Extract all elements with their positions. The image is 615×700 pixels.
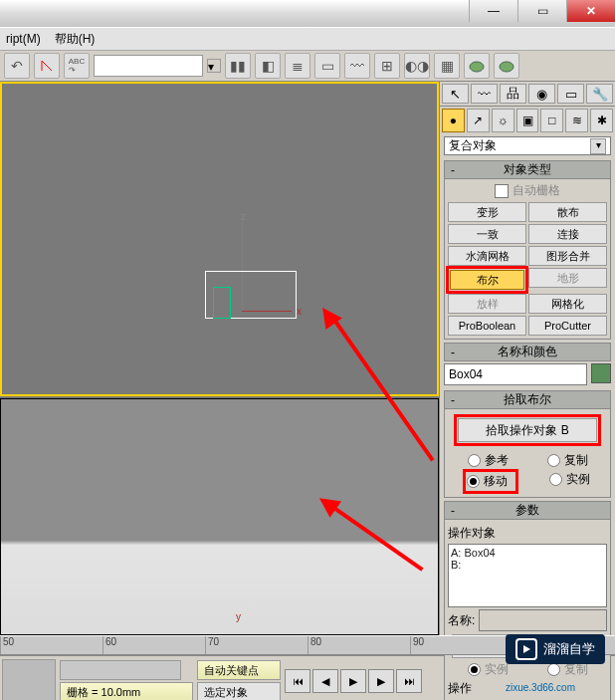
menu-bar: ript(M) 帮助(H) — [0, 27, 615, 51]
btn-procutter[interactable]: ProCutter — [528, 316, 607, 336]
collapse-icon: - — [451, 504, 455, 518]
operand-name-field[interactable] — [479, 609, 607, 631]
systems-category-icon[interactable]: ✱ — [590, 109, 613, 132]
watermark-url: zixue.3d66.com — [496, 678, 585, 697]
material-editor-icon[interactable]: ◐◑ — [404, 53, 430, 79]
axis-icon[interactable] — [34, 53, 60, 79]
goto-end-icon[interactable]: ⏭ — [396, 669, 422, 693]
quick-render-icon[interactable] — [494, 53, 519, 79]
radio-copy[interactable]: 复制 — [547, 452, 588, 469]
prompt-area — [2, 659, 56, 700]
object-color-swatch[interactable] — [591, 363, 611, 383]
geometry-category-icon[interactable]: ● — [442, 109, 465, 132]
prev-frame-icon[interactable]: ◀ — [312, 669, 338, 693]
axis-y-label: y — [236, 611, 241, 622]
rollout-parameters-header[interactable]: - 参数 — [444, 501, 611, 520]
curve-editor-icon[interactable]: 〰 — [344, 53, 370, 79]
viewport-perspective[interactable]: y — [0, 398, 439, 635]
btn-proboolean[interactable]: ProBoolean — [448, 316, 526, 336]
schematic-icon[interactable]: ⊞ — [374, 53, 400, 79]
tab-create[interactable]: ↖ — [442, 84, 469, 104]
btn-connect[interactable]: 连接 — [528, 224, 607, 244]
spacewarps-category-icon[interactable]: ≋ — [565, 109, 588, 132]
radio-reference[interactable]: 参考 — [468, 452, 509, 469]
align-icon[interactable]: ◧ — [255, 53, 281, 79]
play-icon[interactable]: ▶ — [340, 669, 366, 693]
pick-operand-b-button[interactable]: 拾取操作对象 B — [458, 418, 597, 442]
menu-maxscript[interactable]: ript(M) — [6, 32, 41, 46]
radio-instance[interactable]: 实例 — [549, 471, 590, 492]
abc-icon[interactable]: ABC↷ — [64, 53, 90, 79]
btn-conform[interactable]: 一致 — [448, 224, 526, 244]
radio-move[interactable]: 移动 — [463, 469, 518, 494]
goto-start-icon[interactable]: ⏮ — [285, 669, 310, 693]
object-name-field[interactable]: Box04 — [444, 363, 587, 385]
tab-motion[interactable]: ◉ — [528, 84, 555, 104]
svg-point-1 — [500, 62, 513, 72]
dropdown-label: 复合对象 — [449, 137, 497, 154]
collapse-icon: - — [451, 393, 455, 407]
collapse-icon: - — [451, 346, 455, 359]
tab-modify[interactable]: 〰 — [471, 84, 498, 104]
wireframe-box-inner[interactable] — [213, 287, 231, 319]
btn-blobmesh[interactable]: 水滴网格 — [448, 246, 526, 266]
tab-utilities[interactable]: 🔧 — [586, 84, 613, 104]
grid-readout: 栅格 = 10.0mm — [60, 682, 193, 700]
btn-scatter[interactable]: 散布 — [528, 202, 607, 222]
name-label: 名称: — [448, 612, 475, 629]
btn-mesher[interactable]: 网格化 — [528, 294, 607, 314]
next-frame-icon[interactable]: ▶ — [368, 669, 394, 693]
svg-point-0 — [470, 62, 484, 72]
main-toolbar: ↶ ABC↷ ▾ ▮▮ ◧ ≣ ▭ 〰 ⊞ ◐◑ ▦ — [0, 51, 615, 82]
command-panel: ↖ 〰 品 ◉ ▭ 🔧 ● ↗ ☼ ▣ □ ≋ ✱ 复合对象 ▾ - 对象类型 … — [439, 82, 615, 635]
render-teapot-icon[interactable] — [464, 53, 490, 79]
layer-manager-icon[interactable]: ▭ — [314, 53, 340, 79]
shapes-category-icon[interactable]: ↗ — [467, 109, 490, 132]
btn-shapemerge[interactable]: 图形合并 — [528, 246, 607, 266]
viewport-top[interactable] — [0, 82, 439, 396]
btn-terrain[interactable]: 地形 — [528, 268, 607, 288]
btn-morph[interactable]: 变形 — [448, 202, 526, 222]
geometry-type-dropdown[interactable]: 复合对象 ▾ — [444, 136, 611, 155]
script-listener[interactable] — [60, 660, 181, 680]
render-setup-icon[interactable]: ▦ — [434, 53, 460, 79]
menu-help[interactable]: 帮助(H) — [55, 31, 96, 48]
window-maximize-button[interactable]: ▭ — [517, 0, 566, 22]
window-minimize-button[interactable]: — — [469, 0, 517, 22]
undo-icon[interactable]: ↶ — [4, 53, 30, 79]
viewport-area: y — [0, 82, 439, 635]
tab-hierarchy[interactable]: 品 — [500, 84, 526, 104]
operands-listbox[interactable]: A: Box04 B: — [448, 544, 607, 607]
helpers-category-icon[interactable]: □ — [540, 109, 563, 132]
lights-category-icon[interactable]: ☼ — [492, 109, 514, 132]
named-sets-dropdown-icon[interactable]: ▾ — [207, 59, 221, 73]
rollout-pick-boolean-header[interactable]: - 拾取布尔 — [444, 390, 611, 409]
rollout-object-type-header[interactable]: - 对象类型 — [444, 160, 611, 179]
playback-controls: ⏮ ◀ ▶ ▶ ⏭ — [285, 669, 422, 693]
tab-display[interactable]: ▭ — [557, 84, 584, 104]
btn-boolean[interactable]: 布尔 — [450, 270, 524, 290]
window-close-button[interactable]: ✕ — [566, 0, 615, 22]
cameras-category-icon[interactable]: ▣ — [516, 109, 539, 132]
mirror-icon[interactable]: ▮▮ — [225, 53, 251, 79]
named-sets-field[interactable] — [94, 55, 203, 77]
collapse-icon: - — [451, 163, 455, 177]
setkey-dropdown[interactable]: 选定对象 — [197, 682, 281, 700]
watermark-logo: 溜溜自学 — [506, 634, 605, 664]
btn-loft[interactable]: 放样 — [448, 294, 526, 314]
autokey-button[interactable]: 自动关键点 — [197, 660, 281, 680]
window-titlebar: — ▭ ✕ — [0, 0, 615, 27]
layers-icon[interactable]: ≣ — [285, 53, 310, 79]
operands-label: 操作对象 — [448, 525, 607, 542]
play-logo-icon — [515, 638, 537, 660]
chevron-down-icon: ▾ — [590, 138, 606, 154]
autogrid-checkbox[interactable]: 自动栅格 — [448, 182, 607, 199]
rollout-name-color-header[interactable]: - 名称和颜色 — [444, 343, 611, 361]
radio-instance-param[interactable]: 实例 — [468, 661, 509, 678]
